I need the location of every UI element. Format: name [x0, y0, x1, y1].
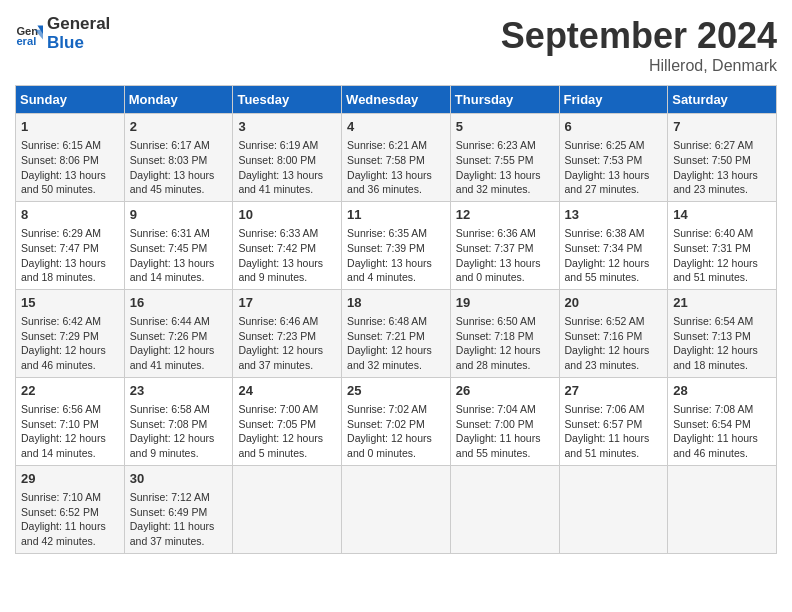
day-number: 25: [347, 382, 445, 400]
day-info: Sunset: 8:06 PM: [21, 153, 119, 168]
day-info: Sunset: 7:05 PM: [238, 417, 336, 432]
day-info: Sunrise: 6:33 AM: [238, 226, 336, 241]
day-number: 24: [238, 382, 336, 400]
day-info: Sunrise: 6:56 AM: [21, 402, 119, 417]
calendar-day-22: 22Sunrise: 6:56 AMSunset: 7:10 PMDayligh…: [16, 377, 125, 465]
day-info: Daylight: 12 hours: [565, 256, 663, 271]
calendar-day-1: 1Sunrise: 6:15 AMSunset: 8:06 PMDaylight…: [16, 114, 125, 202]
calendar-day-25: 25Sunrise: 7:02 AMSunset: 7:02 PMDayligh…: [342, 377, 451, 465]
logo-text-line2: Blue: [47, 34, 110, 53]
day-info: Sunset: 6:57 PM: [565, 417, 663, 432]
calendar-day-15: 15Sunrise: 6:42 AMSunset: 7:29 PMDayligh…: [16, 289, 125, 377]
day-number: 21: [673, 294, 771, 312]
day-info: Daylight: 12 hours: [21, 431, 119, 446]
day-info: Daylight: 13 hours: [456, 256, 554, 271]
col-header-tuesday: Tuesday: [233, 86, 342, 114]
day-info: and 46 minutes.: [673, 446, 771, 461]
day-number: 18: [347, 294, 445, 312]
day-info: and 18 minutes.: [673, 358, 771, 373]
day-info: Daylight: 13 hours: [347, 168, 445, 183]
day-info: Sunset: 7:55 PM: [456, 153, 554, 168]
calendar-week-2: 8Sunrise: 6:29 AMSunset: 7:47 PMDaylight…: [16, 201, 777, 289]
day-info: Sunset: 7:37 PM: [456, 241, 554, 256]
calendar-table: SundayMondayTuesdayWednesdayThursdayFrid…: [15, 85, 777, 554]
title-area: September 2024 Hillerod, Denmark: [501, 15, 777, 75]
calendar-week-1: 1Sunrise: 6:15 AMSunset: 8:06 PMDaylight…: [16, 114, 777, 202]
day-info: Sunset: 7:26 PM: [130, 329, 228, 344]
day-number: 17: [238, 294, 336, 312]
calendar-day-16: 16Sunrise: 6:44 AMSunset: 7:26 PMDayligh…: [124, 289, 233, 377]
day-info: Sunset: 6:49 PM: [130, 505, 228, 520]
day-info: Sunrise: 7:04 AM: [456, 402, 554, 417]
calendar-day-28: 28Sunrise: 7:08 AMSunset: 6:54 PMDayligh…: [668, 377, 777, 465]
day-info: Sunset: 6:54 PM: [673, 417, 771, 432]
day-info: Sunset: 7:08 PM: [130, 417, 228, 432]
day-info: and 14 minutes.: [130, 270, 228, 285]
day-info: Sunset: 7:58 PM: [347, 153, 445, 168]
day-number: 30: [130, 470, 228, 488]
logo-icon: Gen eral: [15, 20, 43, 48]
day-info: Sunset: 8:00 PM: [238, 153, 336, 168]
day-info: and 37 minutes.: [238, 358, 336, 373]
day-info: Daylight: 11 hours: [456, 431, 554, 446]
day-info: Daylight: 12 hours: [456, 343, 554, 358]
day-info: and 27 minutes.: [565, 182, 663, 197]
day-info: Sunset: 7:34 PM: [565, 241, 663, 256]
day-info: Sunset: 7:39 PM: [347, 241, 445, 256]
day-info: Sunset: 7:00 PM: [456, 417, 554, 432]
day-info: Sunrise: 6:31 AM: [130, 226, 228, 241]
col-header-thursday: Thursday: [450, 86, 559, 114]
calendar-day-29: 29Sunrise: 7:10 AMSunset: 6:52 PMDayligh…: [16, 465, 125, 553]
svg-text:eral: eral: [16, 35, 36, 47]
day-number: 6: [565, 118, 663, 136]
day-info: Sunset: 8:03 PM: [130, 153, 228, 168]
day-info: Daylight: 13 hours: [21, 168, 119, 183]
day-number: 1: [21, 118, 119, 136]
calendar-day-9: 9Sunrise: 6:31 AMSunset: 7:45 PMDaylight…: [124, 201, 233, 289]
calendar-day-5: 5Sunrise: 6:23 AMSunset: 7:55 PMDaylight…: [450, 114, 559, 202]
day-info: Daylight: 13 hours: [565, 168, 663, 183]
empty-day: [233, 465, 342, 553]
day-info: Daylight: 13 hours: [238, 256, 336, 271]
col-header-monday: Monday: [124, 86, 233, 114]
day-info: Daylight: 11 hours: [673, 431, 771, 446]
day-info: and 50 minutes.: [21, 182, 119, 197]
day-info: Daylight: 12 hours: [673, 256, 771, 271]
empty-day: [559, 465, 668, 553]
day-info: Sunrise: 6:25 AM: [565, 138, 663, 153]
day-info: and 23 minutes.: [565, 358, 663, 373]
day-number: 12: [456, 206, 554, 224]
col-header-friday: Friday: [559, 86, 668, 114]
page-header: Gen eral General Blue September 2024 Hil…: [15, 15, 777, 75]
calendar-day-20: 20Sunrise: 6:52 AMSunset: 7:16 PMDayligh…: [559, 289, 668, 377]
day-info: Daylight: 13 hours: [347, 256, 445, 271]
day-info: Sunset: 7:13 PM: [673, 329, 771, 344]
day-info: Sunrise: 7:10 AM: [21, 490, 119, 505]
day-info: Sunrise: 6:52 AM: [565, 314, 663, 329]
day-info: Daylight: 13 hours: [130, 168, 228, 183]
day-info: Sunset: 7:42 PM: [238, 241, 336, 256]
empty-day: [668, 465, 777, 553]
logo: Gen eral General Blue: [15, 15, 110, 52]
day-info: Sunrise: 6:35 AM: [347, 226, 445, 241]
day-number: 15: [21, 294, 119, 312]
day-info: Sunrise: 7:08 AM: [673, 402, 771, 417]
day-info: and 32 minutes.: [347, 358, 445, 373]
header-row: SundayMondayTuesdayWednesdayThursdayFrid…: [16, 86, 777, 114]
day-info: Sunrise: 7:00 AM: [238, 402, 336, 417]
day-info: Sunset: 7:10 PM: [21, 417, 119, 432]
day-number: 9: [130, 206, 228, 224]
day-info: Sunrise: 6:54 AM: [673, 314, 771, 329]
day-info: Sunrise: 6:29 AM: [21, 226, 119, 241]
calendar-day-14: 14Sunrise: 6:40 AMSunset: 7:31 PMDayligh…: [668, 201, 777, 289]
day-number: 13: [565, 206, 663, 224]
day-info: Sunrise: 6:46 AM: [238, 314, 336, 329]
day-info: Sunrise: 6:58 AM: [130, 402, 228, 417]
month-title: September 2024: [501, 15, 777, 57]
day-info: Sunset: 7:02 PM: [347, 417, 445, 432]
day-number: 19: [456, 294, 554, 312]
day-info: Daylight: 12 hours: [673, 343, 771, 358]
calendar-day-10: 10Sunrise: 6:33 AMSunset: 7:42 PMDayligh…: [233, 201, 342, 289]
day-info: Daylight: 12 hours: [238, 431, 336, 446]
day-info: and 45 minutes.: [130, 182, 228, 197]
